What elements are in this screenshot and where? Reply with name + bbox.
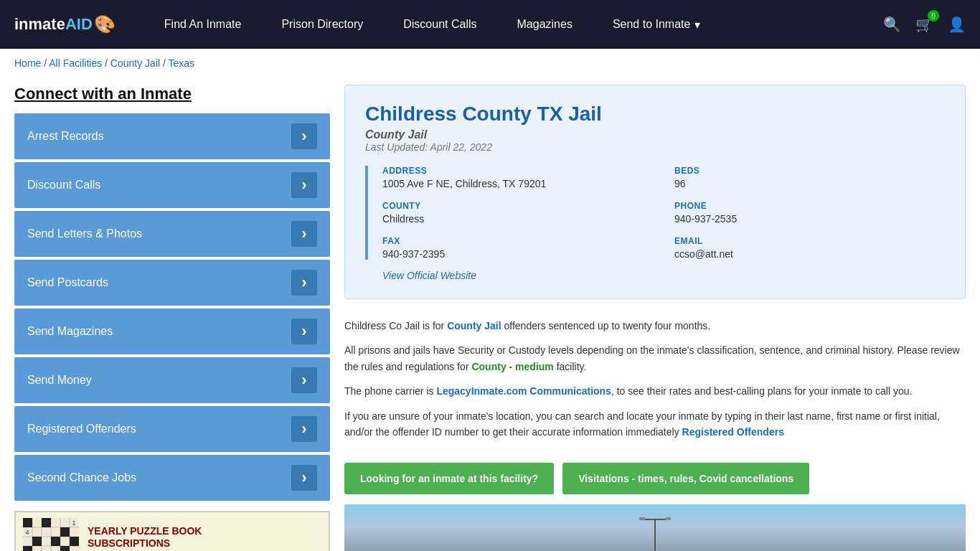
- sidebar-item-arrest-records[interactable]: Arrest Records ›: [14, 113, 330, 159]
- email-label: EMAIL: [674, 236, 945, 246]
- nav-find-inmate[interactable]: Find An Inmate: [144, 0, 262, 49]
- breadcrumb: Home / All Facilities / County Jail / Te…: [0, 49, 980, 77]
- legacy-inmate-link[interactable]: LegacyInmate.com Communications: [436, 385, 611, 397]
- logo-text: inmateAID: [14, 15, 93, 34]
- cart-icon[interactable]: 🛒 0: [915, 16, 933, 33]
- svg-text:P: P: [44, 519, 48, 527]
- description-para2: All prisons and jails have Security or C…: [344, 342, 966, 375]
- email-value: ccso@att.net: [674, 248, 945, 260]
- sidebar-item-registered-offenders[interactable]: Registered Offenders ›: [14, 406, 330, 452]
- chevron-right-icon: ›: [291, 319, 317, 344]
- svg-rect-16: [70, 537, 79, 546]
- county-value: Childress: [382, 213, 653, 225]
- logo-ai: AID: [65, 15, 93, 33]
- main-layout: Connect with an Inmate Arrest Records › …: [0, 77, 980, 551]
- breadcrumb-state[interactable]: Texas: [169, 57, 195, 69]
- nav-discount-calls[interactable]: Discount Calls: [383, 0, 496, 49]
- visitations-button[interactable]: Visitations - times, rules, Covid cancel…: [562, 463, 809, 494]
- sidebar-menu: Arrest Records › Discount Calls › Send L…: [14, 113, 330, 501]
- logo-icon: 🎨: [94, 14, 116, 34]
- chevron-right-icon: ›: [291, 367, 317, 393]
- ad-banner[interactable]: P 1 4 2 5 YEARLY PUZZLE BOOK SUBSCRIPTIO…: [14, 511, 330, 551]
- sidebar-item-label: Registered Offenders: [27, 423, 136, 435]
- nav-magazines[interactable]: Magazines: [497, 0, 593, 49]
- chevron-right-icon: ›: [291, 416, 317, 442]
- svg-text:1: 1: [72, 519, 75, 527]
- chevron-right-icon: ›: [291, 172, 317, 198]
- nav-prison-directory[interactable]: Prison Directory: [261, 0, 383, 49]
- email-group: EMAIL ccso@att.net: [674, 236, 945, 260]
- facility-details: ADDRESS 1005 Ave F NE, Childress, TX 792…: [365, 166, 945, 260]
- svg-rect-30: [639, 517, 645, 520]
- facility-photo-image: [619, 504, 691, 551]
- svg-rect-14: [32, 537, 42, 546]
- facility-title: Childress County TX Jail: [365, 103, 945, 126]
- ad-crossword-image: P 1 4 2 5: [23, 518, 80, 551]
- phone-group: PHONE 940-937-2535: [674, 201, 945, 225]
- view-official-website-link[interactable]: View Official Website: [382, 270, 476, 281]
- sidebar-item-label: Second Chance Jobs: [27, 471, 136, 484]
- send-to-inmate-button[interactable]: Send to Inmate ▾: [593, 0, 721, 49]
- facility-photo: [344, 504, 966, 551]
- beds-label: BEDS: [674, 166, 945, 176]
- sidebar-item-second-chance-jobs[interactable]: Second Chance Jobs ›: [14, 455, 330, 501]
- navbar: inmateAID 🎨 Find An Inmate Prison Direct…: [0, 0, 980, 49]
- address-label: ADDRESS: [382, 166, 653, 176]
- address-group: ADDRESS 1005 Ave F NE, Childress, TX 792…: [382, 166, 653, 189]
- breadcrumb-all-facilities[interactable]: All Facilities: [49, 57, 102, 69]
- description-para3: The phone carrier is LegacyInmate.com Co…: [344, 383, 966, 399]
- breadcrumb-sep2: /: [105, 57, 110, 69]
- county-group: COUNTY Childress: [382, 201, 653, 225]
- svg-rect-11: [23, 518, 32, 527]
- action-buttons: Looking for an inmate at this facility? …: [344, 463, 966, 494]
- facility-type: County Jail: [365, 128, 945, 141]
- sidebar: Connect with an Inmate Arrest Records › …: [14, 85, 330, 551]
- phone-value: 940-937-2535: [674, 213, 945, 225]
- breadcrumb-home[interactable]: Home: [14, 57, 41, 69]
- ad-title: YEARLY PUZZLE BOOK: [88, 525, 321, 537]
- county-label: COUNTY: [382, 201, 653, 211]
- breadcrumb-county-jail[interactable]: County Jail: [110, 57, 160, 69]
- county-jail-link[interactable]: County Jail: [447, 320, 501, 331]
- sidebar-item-label: Discount Calls: [27, 179, 100, 192]
- breadcrumb-sep3: /: [163, 57, 169, 69]
- sidebar-item-send-postcards[interactable]: Send Postcards ›: [14, 260, 330, 306]
- sidebar-title: Connect with an Inmate: [14, 85, 330, 103]
- sidebar-item-send-money[interactable]: Send Money ›: [14, 357, 330, 403]
- chevron-right-icon: ›: [291, 123, 317, 149]
- svg-text:2: 2: [53, 538, 57, 545]
- sidebar-item-label: Send Postcards: [27, 276, 108, 289]
- registered-offenders-link[interactable]: Registered Offenders: [682, 426, 784, 438]
- beds-value: 96: [674, 178, 945, 189]
- ad-title2: SUBSCRIPTIONS: [88, 537, 321, 550]
- sidebar-item-send-letters[interactable]: Send Letters & Photos ›: [14, 211, 330, 257]
- svg-rect-18: [60, 546, 70, 551]
- county-medium-link[interactable]: County - medium: [471, 361, 553, 372]
- svg-rect-17: [23, 546, 32, 551]
- chevron-down-icon: ▾: [694, 18, 700, 32]
- svg-rect-28: [654, 519, 656, 551]
- sidebar-item-send-magazines[interactable]: Send Magazines ›: [14, 309, 330, 354]
- description-para4: If you are unsure of your inmate's locat…: [344, 408, 966, 441]
- sidebar-item-discount-calls[interactable]: Discount Calls ›: [14, 162, 330, 208]
- facility-updated: Last Updated: April 22, 2022: [365, 141, 945, 153]
- chevron-right-icon: ›: [291, 221, 317, 247]
- svg-rect-13: [60, 527, 70, 537]
- cart-badge: 0: [928, 10, 939, 22]
- phone-label: PHONE: [674, 201, 945, 211]
- sidebar-item-label: Send Letters & Photos: [27, 227, 142, 240]
- sidebar-item-label: Arrest Records: [27, 130, 104, 143]
- beds-group: BEDS 96: [674, 166, 945, 189]
- chevron-right-icon: ›: [291, 465, 317, 491]
- fax-label: FAX: [382, 236, 653, 246]
- sidebar-item-label: Send Magazines: [27, 325, 113, 338]
- logo[interactable]: inmateAID 🎨: [14, 14, 116, 34]
- svg-text:4: 4: [25, 529, 29, 536]
- search-icon[interactable]: 🔍: [883, 16, 901, 33]
- find-inmate-button[interactable]: Looking for an inmate at this facility?: [344, 463, 554, 494]
- send-to-inmate-label: Send to Inmate: [613, 18, 691, 31]
- svg-rect-31: [665, 517, 671, 520]
- view-website-row: View Official Website: [365, 270, 945, 281]
- description-area: Childress Co Jail is for County Jail off…: [344, 311, 966, 456]
- user-icon[interactable]: 👤: [948, 16, 966, 33]
